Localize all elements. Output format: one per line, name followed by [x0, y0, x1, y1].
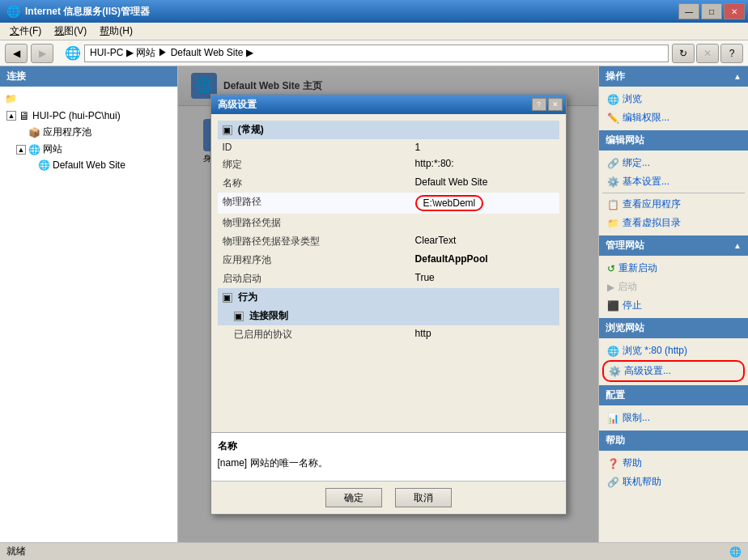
maximize-button[interactable]: □: [701, 3, 722, 19]
dialog-desc-box: 名称 [name] 网站的唯一名称。: [211, 432, 566, 481]
prop-autostart-value: True: [410, 269, 559, 288]
section-edit-site-items: 🔗 绑定... ⚙️ 基本设置... 📋 查看应用程序 📁 查看虚拟目录: [599, 151, 748, 235]
prop-physcred-value: [410, 214, 559, 232]
browse-icon: 🌐: [607, 94, 619, 105]
section-help-items: ❓ 帮助 🔗 联机帮助: [599, 451, 748, 494]
action-adv-settings[interactable]: ⚙️ 高级设置...: [602, 360, 745, 382]
prop-apppool-value: DefaultAppPool: [410, 251, 559, 269]
action-view-apps[interactable]: 📋 查看应用程序: [602, 195, 745, 214]
prop-physpath-value[interactable]: E:\webDeml: [410, 193, 559, 214]
help-icon: ❓: [607, 458, 619, 469]
toggle-huipc[interactable]: ▲: [6, 111, 16, 121]
prop-logontype: 物理路径凭据登录类型 ClearText: [218, 232, 559, 251]
prop-id-name: ID: [218, 139, 410, 155]
action-stop[interactable]: ⬛ 停止: [602, 296, 745, 315]
prop-binding: 绑定 http:*:80:: [218, 155, 559, 174]
sidebar-label-huipc: HUI-PC (hui-PC\hui): [32, 110, 121, 121]
prop-physpath[interactable]: 物理路径 E:\webDeml: [218, 193, 559, 214]
dialog-cancel-button[interactable]: 取消: [395, 488, 452, 507]
divider-1: [602, 193, 745, 193]
dialog-overlay: 高级设置 ? ✕ ▣ (常规): [178, 66, 598, 542]
physpath-highlighted: E:\webDeml: [415, 195, 484, 211]
toggle-sites[interactable]: ▲: [16, 145, 26, 155]
sidebar-item-huipc[interactable]: ▲ 🖥 HUI-PC (hui-PC\hui): [3, 108, 174, 124]
dialog-content: ▣ (常规) ID 1 绑定 http:*:80:: [211, 114, 566, 432]
action-online-help[interactable]: 🔗 联机帮助: [602, 473, 745, 491]
prop-apppool: 应用程序池 DefaultAppPool: [218, 251, 559, 269]
action-view-apps-label: 查看应用程序: [623, 197, 681, 211]
action-browse[interactable]: 🌐 浏览: [602, 90, 745, 108]
section-config-items: 📊 限制...: [599, 405, 748, 431]
dialog-desc-text: [name] 网站的唯一名称。: [218, 456, 559, 470]
section-browse-site-items: 🌐 浏览 *:80 (http) ⚙️ 高级设置...: [599, 338, 748, 385]
action-edit-permissions[interactable]: ✏️ 编辑权限...: [602, 108, 745, 127]
menu-help[interactable]: 帮助(H): [93, 23, 139, 40]
sidebar-content: 📁 ▲ 🖥 HUI-PC (hui-PC\hui) 📦 应用程序池 ▲ 🌐 网站: [0, 87, 177, 176]
section-general[interactable]: ▣ (常规): [218, 121, 559, 139]
close-button[interactable]: ✕: [724, 3, 745, 19]
browse-web-icon: 🌐: [607, 346, 619, 357]
section-connlimit[interactable]: ▣ 连接限制: [218, 307, 559, 325]
sidebar-item-apppools[interactable]: 📦 应用程序池: [3, 124, 174, 141]
address-bar: ◀ ▶ 🌐 HUI-PC ▶ 网站 ▶ Default Web Site ▶ ↻…: [0, 40, 748, 66]
prop-id-value: 1: [410, 139, 559, 155]
menu-view[interactable]: 视图(V): [48, 23, 93, 40]
action-browse-80[interactable]: 🌐 浏览 *:80 (http): [602, 342, 745, 360]
action-view-vdirs-label: 查看虚拟目录: [623, 216, 681, 230]
action-edit-permissions-label: 编辑权限...: [623, 111, 669, 125]
sidebar-item-default-web-site[interactable]: 🌐 Default Web Site: [3, 158, 174, 172]
prop-protocols-name: 已启用的协议: [218, 325, 410, 344]
dialog-close-button[interactable]: ✕: [548, 98, 563, 111]
action-view-vdirs[interactable]: 📁 查看虚拟目录: [602, 214, 745, 232]
prop-apppool-name: 应用程序池: [218, 251, 410, 269]
action-restart[interactable]: ↺ 重新启动: [602, 259, 745, 278]
forward-button[interactable]: ▶: [31, 44, 53, 63]
action-help[interactable]: ❓ 帮助: [602, 454, 745, 473]
action-basic-settings-label: 基本设置...: [623, 175, 669, 189]
adv-settings-icon: ⚙️: [609, 366, 621, 377]
action-help-label: 帮助: [623, 456, 642, 470]
action-start[interactable]: ▶ 启动: [602, 278, 745, 296]
prop-protocols-value: http: [410, 325, 559, 344]
content-area: 🌐 Default Web Site 主页 🔑 身份验证 📄 默认文档 📂 目录…: [178, 66, 598, 542]
section-header-actions: 操作 ▲: [599, 66, 748, 87]
section-manage-site-toggle[interactable]: ▲: [733, 241, 742, 250]
stop-icon: ⬛: [607, 300, 619, 312]
sidebar-item-sites[interactable]: ▲ 🌐 网站: [3, 141, 174, 158]
dialog-title: 高级设置: [218, 98, 257, 112]
dialog-footer: 确定 取消: [211, 481, 566, 514]
new-folder-icon[interactable]: 📁: [5, 93, 17, 104]
section-header-edit-site: 编辑网站: [599, 130, 748, 151]
section-toggle-behavior[interactable]: ▣: [223, 293, 232, 303]
minimize-button[interactable]: —: [678, 3, 699, 19]
menu-file[interactable]: 文件(F): [3, 23, 48, 40]
stop-nav-button[interactable]: ✕: [696, 44, 719, 63]
online-help-icon: 🔗: [607, 477, 619, 488]
section-manage-site-title: 管理网站: [606, 239, 644, 252]
main-layout: 连接 📁 ▲ 🖥 HUI-PC (hui-PC\hui) 📦 应用程序池 ▲ 🌐: [0, 66, 748, 542]
address-path: HUI-PC ▶ 网站 ▶ Default Web Site ▶: [84, 45, 669, 62]
back-button[interactable]: ◀: [5, 44, 28, 63]
prop-physpath-name: 物理路径: [218, 193, 410, 214]
prop-binding-value: http:*:80:: [410, 155, 559, 174]
prop-protocols: 已启用的协议 http: [218, 325, 559, 344]
help-nav-button[interactable]: ?: [720, 44, 743, 63]
action-adv-settings-label: 高级设置...: [624, 364, 671, 378]
section-actions-title: 操作: [606, 70, 625, 83]
action-binding[interactable]: 🔗 绑定...: [602, 154, 745, 172]
dialog-help-button[interactable]: ?: [532, 98, 546, 111]
section-toggle-general[interactable]: ▣: [223, 125, 232, 135]
sidebar: 连接 📁 ▲ 🖥 HUI-PC (hui-PC\hui) 📦 应用程序池 ▲ 🌐: [0, 66, 178, 542]
prop-name-value: Default Web Site: [410, 174, 559, 193]
refresh-button[interactable]: ↻: [672, 44, 695, 63]
action-basic-settings[interactable]: ⚙️ 基本设置...: [602, 172, 745, 191]
section-edit-site-title: 编辑网站: [606, 134, 644, 147]
right-panel: 操作 ▲ 🌐 浏览 ✏️ 编辑权限... 编辑网站 🔗 绑定... ⚙️: [598, 66, 748, 542]
edit-permissions-icon: ✏️: [607, 112, 619, 124]
sidebar-header: 连接: [0, 66, 177, 87]
section-actions-toggle[interactable]: ▲: [733, 72, 742, 81]
action-limits[interactable]: 📊 限制...: [602, 409, 745, 427]
section-behavior[interactable]: ▣ 行为: [218, 288, 559, 307]
dialog-ok-button[interactable]: 确定: [325, 488, 382, 507]
section-toggle-connlimit[interactable]: ▣: [234, 312, 244, 321]
